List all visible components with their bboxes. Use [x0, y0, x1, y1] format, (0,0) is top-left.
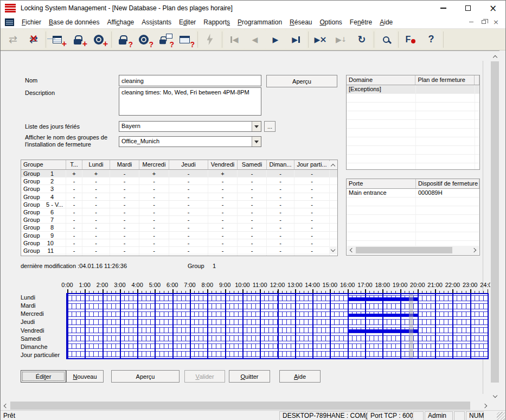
groups-select[interactable]: Office_Munich [119, 136, 261, 147]
group-row[interactable]: Group7--------- [21, 216, 337, 224]
toolbar-new-lock-button[interactable]: + [68, 30, 89, 49]
group-row[interactable]: Group12--------- [21, 254, 337, 256]
document-icon[interactable] [5, 18, 14, 26]
group-row[interactable]: Group3--------- [21, 185, 337, 193]
column-header-groupe[interactable]: Groupe [21, 160, 66, 169]
nouveau-button[interactable]: Nouveau [66, 370, 104, 383]
group-scroll-down-icon[interactable] [329, 246, 337, 254]
menu-assistants[interactable]: Assistants [138, 17, 175, 28]
table-cell [416, 155, 475, 163]
toolbar-separator [222, 31, 222, 48]
description-label: Description [25, 90, 55, 96]
door-scroll-thumb[interactable] [356, 247, 452, 253]
toolbar-help-button[interactable]: ? [421, 30, 441, 49]
toolbar-read-transponder-button[interactable]: ? [134, 30, 155, 49]
chevron-down-icon[interactable] [252, 122, 261, 131]
toolbar-read-lock-button[interactable]: ? [113, 30, 134, 49]
column-header-lundi[interactable]: Lundi [82, 160, 110, 169]
aide-button[interactable]: Aide [279, 370, 321, 383]
toolbar-nav-last-button[interactable]: ▶ [286, 30, 306, 49]
description-input[interactable]: cleaning times: Mo, Wed, Fri between 4PM… [119, 87, 261, 116]
menu-fichier[interactable]: Fichier [18, 17, 45, 28]
column-header-jeudi[interactable]: Jeudi [169, 160, 208, 169]
editer-button[interactable]: Éditer [21, 370, 66, 383]
time-bar-vendredi[interactable] [348, 329, 418, 333]
group-row[interactable]: Group9--------- [21, 232, 337, 239]
column-header-jour-parti[interactable]: Jour parti... [294, 160, 330, 169]
toolbar-nav-next-button[interactable]: ▶ [265, 30, 286, 49]
door-table-scrollbar[interactable] [347, 246, 479, 254]
menu-rapports[interactable]: Rapports [200, 17, 234, 28]
toolbar-read-remote-button[interactable]: ? [175, 30, 196, 49]
vertical-scroll-thumb[interactable] [491, 61, 499, 383]
column-header-plan-de-fermeture[interactable]: Plan de fermeture [415, 75, 475, 85]
group-value-cell: - [238, 224, 267, 231]
toolbar-search-button[interactable] [376, 30, 396, 49]
group-name: Group [23, 209, 40, 215]
vertical-scrollbar[interactable] [490, 52, 499, 401]
column-header-t[interactable]: T... [66, 160, 82, 169]
table-row[interactable]: [Exceptions] [347, 85, 479, 94]
horizontal-scroll-thumb[interactable] [10, 402, 470, 410]
group-value-cell: - [66, 201, 82, 208]
nom-input[interactable] [119, 75, 261, 86]
menu-base-de-donnees[interactable]: Base de données [45, 17, 103, 28]
horizontal-scrollbar[interactable] [1, 401, 490, 410]
group-row[interactable]: Group6--------- [21, 208, 337, 216]
group-row[interactable]: Group4--------- [21, 193, 337, 201]
apercu-top-button[interactable]: Aperçu [266, 75, 337, 87]
table-row[interactable]: Main entrance000089H [347, 189, 479, 198]
group-row[interactable]: Group10--------- [21, 239, 337, 247]
menu-fenetre[interactable]: Fenêtre [346, 17, 376, 28]
holidays-browse-button[interactable]: ... [264, 121, 276, 132]
time-bar-mercredi[interactable] [348, 314, 418, 317]
mdi-minimize-icon[interactable] [465, 17, 477, 27]
group-row[interactable]: Group5 - V...--------- [21, 201, 337, 208]
toolbar-new-transponder-button[interactable]: + [89, 30, 110, 49]
time-grid[interactable] [66, 293, 489, 359]
maximize-icon[interactable] [456, 1, 481, 16]
scroll-up-icon[interactable] [490, 52, 499, 61]
menu-reseau[interactable]: Réseau [286, 17, 316, 28]
resize-grip[interactable] [497, 412, 505, 420]
group-row[interactable]: Group1++-+-+--- [21, 170, 337, 177]
toolbar-new-locking-plan-button[interactable]: + [48, 30, 68, 49]
close-icon[interactable]: × [481, 1, 505, 16]
toolbar-nav-cancel-button[interactable]: ▶× [310, 30, 331, 49]
column-header-dispositif-de-fermeture[interactable]: Dispositif de fermeture [416, 179, 479, 188]
column-header-vendredi[interactable]: Vendredi [208, 160, 238, 169]
menu-editer[interactable]: Editer [175, 17, 200, 28]
menu-programmation[interactable]: Programmation [234, 17, 286, 28]
group-row[interactable]: Group2--------- [21, 177, 337, 185]
column-header-mardi[interactable]: Mardi [110, 160, 139, 169]
scroll-down-icon[interactable] [490, 392, 499, 401]
column-header-samedi[interactable]: Samedi [238, 160, 267, 169]
scroll-right-icon[interactable] [471, 246, 479, 254]
scroll-left-icon[interactable] [1, 401, 10, 410]
chevron-down-icon[interactable] [252, 137, 261, 147]
scroll-left-icon[interactable] [347, 246, 355, 254]
column-header-mercredi[interactable]: Mercredi [139, 160, 169, 169]
column-header-porte[interactable]: Porte [347, 179, 416, 188]
scroll-right-icon[interactable] [481, 401, 490, 410]
search-icon [383, 36, 389, 43]
time-bar-lundi[interactable] [348, 297, 418, 301]
toolbar-disconnect-button[interactable]: ⇄× [23, 30, 44, 49]
mdi-restore-icon[interactable] [477, 17, 490, 27]
group-row[interactable]: Group11--------- [21, 247, 337, 254]
mdi-close-icon[interactable]: × [490, 17, 502, 27]
menu-options[interactable]: Options [316, 17, 345, 28]
minimize-icon[interactable] [431, 1, 456, 16]
holidays-select[interactable]: Bayern [119, 121, 261, 132]
column-header-diman[interactable]: Diman... [267, 160, 294, 169]
toolbar-read-lock-network-button[interactable]: ? [155, 30, 175, 49]
menu-aide[interactable]: Aide [376, 17, 396, 28]
menu-affichage[interactable]: Affichage [103, 17, 138, 28]
apercu-button[interactable]: Aperçu [111, 370, 180, 383]
group-scroll-up-icon[interactable] [329, 161, 337, 169]
toolbar-filter-settings-button[interactable]: F [400, 30, 421, 49]
quitter-button[interactable]: Quitter [229, 370, 270, 383]
toolbar-refresh-button[interactable]: ↻ [351, 30, 372, 49]
group-row[interactable]: Group8--------- [21, 224, 337, 231]
column-header-domaine[interactable]: Domaine [347, 75, 415, 85]
